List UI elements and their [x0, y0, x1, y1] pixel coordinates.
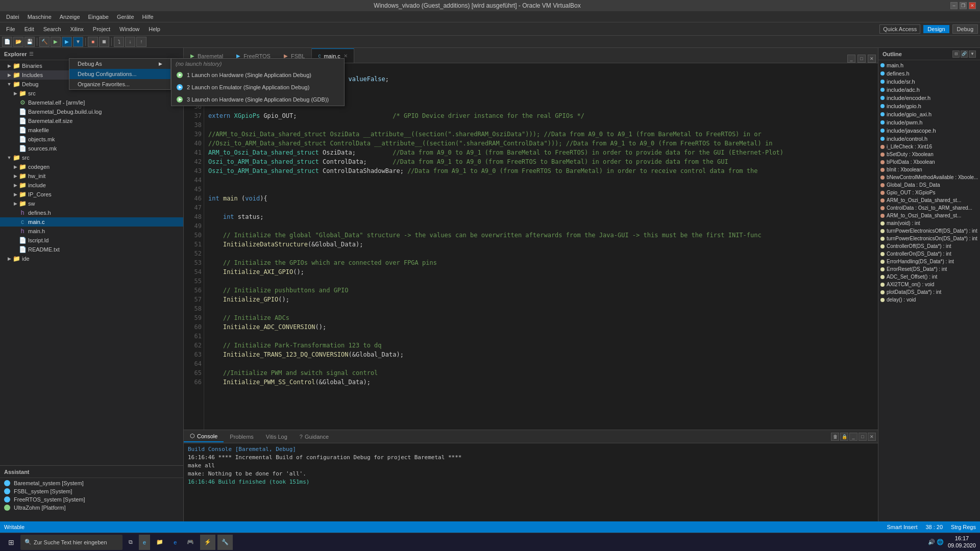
assistant-ultrazohrm[interactable]: UltraZohm [Platform] — [0, 504, 183, 512]
menu-geraete[interactable]: Geräte — [113, 13, 138, 21]
menu-anzeige[interactable]: Anzeige — [56, 13, 84, 21]
tb-step-return[interactable]: ↑ — [136, 37, 146, 47]
outline-menu[interactable]: ▼ — [969, 51, 976, 58]
tree-readme[interactable]: ▶ 📄 README.txt — [0, 245, 183, 254]
console-scroll-lock[interactable]: 🔒 — [840, 433, 848, 441]
console-tab-guidance[interactable]: ? Guidance — [293, 432, 335, 442]
tree-codegen[interactable]: ▶ 📁 codegen — [0, 162, 183, 171]
edge-btn[interactable]: e — [139, 535, 150, 550]
console-tab-problems[interactable]: Problems — [224, 432, 259, 442]
tree-lscript[interactable]: ▶ 📄 lscript.ld — [0, 236, 183, 245]
outline-control-h[interactable]: include/control.h — [878, 135, 980, 143]
tb-new[interactable]: 📄 — [2, 37, 12, 47]
search-bar[interactable]: 🔍 Zur Suche Text hier eingeben — [20, 535, 122, 550]
ide-help[interactable]: Help — [144, 25, 164, 33]
tree-include-folder[interactable]: ▶ 📁 include — [0, 181, 183, 190]
tb-build[interactable]: 🔨 — [39, 37, 50, 47]
outline-encoder-h[interactable]: include/encoder.h — [878, 94, 980, 102]
editor-maximize[interactable]: □ — [857, 55, 866, 63]
ide-file[interactable]: File — [2, 25, 19, 33]
tb-save[interactable]: 💾 — [24, 37, 35, 47]
game-btn[interactable]: 🎮 — [183, 535, 198, 550]
code-content[interactable]: XBoolean bNewControlMethodAvailable = va… — [204, 63, 878, 430]
editor-minimize[interactable]: _ — [847, 55, 855, 63]
assistant-baremetal[interactable]: Baremetal_system [System] — [0, 479, 183, 487]
outline-definesh[interactable]: defines.h — [878, 69, 980, 78]
explorer-btn[interactable]: 📁 — [152, 535, 167, 550]
menu-datei[interactable]: Datei — [2, 13, 23, 21]
design-tab[interactable]: Design — [923, 25, 949, 33]
ide-project[interactable]: Project — [89, 25, 114, 33]
console-maximize[interactable]: □ — [859, 433, 867, 441]
outline-turnon[interactable]: turnPowerElectronicsOn(DS_Data*) : int — [878, 235, 980, 242]
debug-tab[interactable]: Debug — [952, 24, 978, 34]
ide-xilinx[interactable]: Xilinx — [66, 25, 88, 33]
outline-link[interactable]: 🔗 — [961, 51, 968, 58]
tree-src-folder[interactable]: ▼ 📁 src — [0, 153, 183, 162]
launch-item-1[interactable]: 1 Launch on Hardware (Single Application… — [172, 69, 344, 81]
outline-controldata[interactable]: ControlData : Oszi_to_ARM_shared... — [878, 204, 980, 212]
outline-mainvoid[interactable]: main(void) : int — [878, 219, 980, 227]
assistant-fsbl[interactable]: FSBL_system [System] — [0, 487, 183, 495]
outline-gpio-out[interactable]: Gpio_OUT : XGpioPs — [878, 189, 980, 196]
outline-binit[interactable]: bInit : Xboolean — [878, 166, 980, 173]
tb-debug-arrow[interactable]: ▼ — [73, 37, 83, 47]
outline-arm-oszi[interactable]: ARM_to_Oszi_Data_shared_st... — [878, 196, 980, 204]
outline-arm2[interactable]: ARM_to_Oszi_Data_shared_st... — [878, 212, 980, 219]
outline-bnew[interactable]: bNewControlMethodAvailable : Xboole... — [878, 173, 980, 181]
tb-run[interactable]: ▶ — [51, 37, 61, 47]
outline-ctrloff[interactable]: ControllerOff(DS_Data*) : int — [878, 242, 980, 250]
tree-build-log[interactable]: ▶ 📄 Baremetal_Debug.build.ui.log — [0, 107, 183, 116]
outline-js-h[interactable]: include/javascope.h — [878, 127, 980, 135]
debug-as-item[interactable]: Debug As ▶ — [69, 59, 170, 69]
launch-item-2[interactable]: 2 Launch on Emulator (Single Application… — [172, 81, 344, 93]
outline-gpio-axi[interactable]: include/gpio_axi.h — [878, 110, 980, 118]
restore-btn[interactable]: ❐ — [960, 2, 967, 9]
tree-defines-h[interactable]: ▶ h defines.h — [0, 208, 183, 217]
assistant-freertos[interactable]: FreeRTOS_system [System] — [0, 495, 183, 504]
tree-ip-cores[interactable]: ▶ 📁 IP_Cores — [0, 190, 183, 199]
ide-window[interactable]: Window — [115, 25, 143, 33]
outline-axi2tcm[interactable]: AXI2TCM_on() : void — [878, 281, 980, 288]
tb-debug-run[interactable]: ▶ — [62, 37, 72, 47]
menu-eingabe[interactable]: Eingabe — [84, 13, 113, 21]
tree-sw-folder[interactable]: ▶ 📁 sw — [0, 199, 183, 208]
tree-elf-size[interactable]: ▶ 📄 Baremetal.elf.size — [0, 116, 183, 126]
tree-main-h[interactable]: ▶ h main.h — [0, 227, 183, 236]
menu-maschine[interactable]: Maschine — [23, 13, 56, 21]
tb-open[interactable]: 📂 — [13, 37, 23, 47]
ide-edit[interactable]: Edit — [20, 25, 38, 33]
xilinx-btn[interactable]: 🔧 — [217, 535, 233, 550]
ie-btn[interactable]: e — [169, 535, 181, 550]
outline-ctrlon[interactable]: ControllerOn(DS_Data*) : int — [878, 250, 980, 258]
console-clear[interactable]: 🗑 — [831, 433, 839, 441]
outline-collapse[interactable]: ⊟ — [952, 51, 960, 58]
launch-item-3[interactable]: 3 Launch on Hardware (Single Application… — [172, 93, 344, 106]
outline-pwm-h[interactable]: include/pwm.h — [878, 118, 980, 127]
debug-configurations-item[interactable]: Debug Configurations... — [69, 69, 170, 79]
outline-plotdata[interactable]: plotData(DS_Data*) : int — [878, 288, 980, 296]
close-btn[interactable]: ✕ — [969, 2, 976, 9]
outline-turnoff[interactable]: turnPowerElectronicsOff(DS_Data*) : int — [878, 227, 980, 235]
tree-hw-init[interactable]: ▶ 📁 hw_init — [0, 171, 183, 181]
outline-sr-h[interactable]: include/sr.h — [878, 78, 980, 86]
outline-errreset[interactable]: ErrorReset(DS_Data*) : int — [878, 265, 980, 273]
outline-adcoffset[interactable]: ADC_Set_Offset() : int — [878, 273, 980, 281]
tb-stop[interactable]: ■ — [88, 37, 98, 47]
organize-favorites-item[interactable]: Organize Favorites... — [69, 79, 170, 89]
console-tab-vitislog[interactable]: Vitis Log — [260, 432, 293, 442]
outline-lifecheeck[interactable]: i_LifeCheck : Xint16 — [878, 143, 980, 151]
minimize-btn[interactable]: – — [950, 2, 958, 9]
tree-makefile[interactable]: ▶ 📄 makefile — [0, 126, 183, 135]
outline-delay[interactable]: delay() : void — [878, 296, 980, 304]
tree-debug-src[interactable]: ▶ 📁 src — [0, 89, 183, 98]
tb-stop2[interactable]: ⏹ — [99, 37, 109, 47]
editor-close-panel[interactable]: ✕ — [868, 55, 876, 63]
vitis-btn[interactable]: ⚡ — [200, 535, 215, 550]
outline-adc-h[interactable]: include/adc.h — [878, 86, 980, 94]
tb-step-over[interactable]: ⤵ — [114, 37, 124, 47]
outline-bplotdata[interactable]: bPlotData : Xboolean — [878, 158, 980, 166]
ide-search[interactable]: Search — [39, 25, 65, 33]
start-button[interactable]: ⊞ — [4, 535, 18, 550]
code-editor[interactable]: 3233343536 3738394041 4243444546 4748495… — [184, 63, 878, 430]
